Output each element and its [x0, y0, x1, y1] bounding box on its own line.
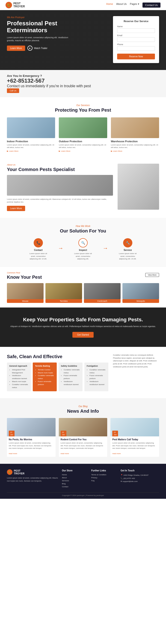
- about-image: [7, 175, 113, 196]
- safe-right: Curabitur venenatis metus ac consequat e…: [113, 354, 159, 392]
- phone-icon: 📞: [121, 477, 123, 480]
- footer-phone: 📞 (62) 8757-402: [121, 477, 159, 480]
- call-btn[interactable]: Call Us: [7, 88, 19, 93]
- further-link-faq[interactable]: Faq: [91, 480, 95, 482]
- blog-title-2: Rodent Control For You: [61, 438, 106, 441]
- blog-card-3: 22Jan Pest Matters Call Today Lorem ipsu…: [110, 418, 159, 457]
- list-item: Vestibulum vestibulum laoreet: [64, 380, 80, 386]
- cockroach-image: [84, 283, 121, 299]
- step-search-desc: Lorem ipsum dolor sit amet, consectetur …: [73, 252, 93, 260]
- footer-store-title: Our Store: [62, 469, 88, 472]
- list-item: Mauris non turpis: [12, 380, 29, 383]
- logo-text: PESTTROYER: [13, 2, 25, 8]
- general-card-list: Intergrated Pest Management Vestibulum v…: [9, 368, 29, 389]
- mosquito-label: Mosquito: [122, 299, 159, 303]
- reserve-form: Reserve Our Service Name Email Phone Res…: [113, 16, 159, 63]
- services-grid: Indoor Protection Lorem ipsum dolor sit …: [7, 118, 159, 152]
- blog-image-3: 22Jan: [110, 418, 159, 436]
- safe-right-text: Curabitur venenatis metus ac consequat e…: [113, 354, 159, 368]
- store-link-about[interactable]: About: [62, 477, 67, 479]
- safety-card-list: Curabitur venenatis metus Fusce venenati…: [61, 368, 80, 386]
- blog-read-more-2[interactable]: read more: [61, 452, 69, 454]
- navbar: 🐛 PESTTROYER Home About Us Pages ▾ Conta…: [0, 0, 166, 10]
- warehouse-title: Warehouse Protection: [111, 140, 159, 143]
- fumigation-card-title: Fumigation: [87, 365, 106, 367]
- mouse-image: [7, 283, 44, 299]
- pest-view-more-btn[interactable]: View More: [145, 273, 159, 277]
- logo[interactable]: 🐛 PESTTROYER: [6, 2, 25, 8]
- list-item: Mauris nunc turpis: [38, 372, 54, 374]
- termite-image: [45, 283, 82, 299]
- outdoor-learn-more[interactable]: ▶ Learn More: [59, 150, 107, 152]
- nav-pages[interactable]: Pages ▾: [130, 2, 139, 8]
- warehouse-learn-more[interactable]: ▶ Learn More: [111, 150, 159, 152]
- list-item: Termite Control: [38, 368, 54, 372]
- footer: 🐛 PESTTROYER Lorem ipsum dolor sit amet,…: [0, 464, 166, 499]
- logo-icon: 🐛: [6, 2, 12, 8]
- address-icon: 📍: [121, 474, 123, 476]
- list-item: Blog: [62, 483, 88, 485]
- safe-card-fumigation: Fumigation Curabitur venenatis metus Fus…: [84, 362, 108, 392]
- cta-section: Keep Your Properties Safe From Damaging …: [0, 308, 166, 347]
- store-link-blog[interactable]: Blog: [62, 483, 66, 485]
- service-card-outdoor: Outdoor Protection Lorem ipsum dolor sit…: [59, 118, 107, 152]
- list-item: Fusce venenatis pretium: [38, 380, 54, 386]
- services-title: Protecting You From Pest: [7, 108, 159, 113]
- nav-home[interactable]: Home: [106, 2, 113, 8]
- footer-bottom: Copyright © 2024 pestroyer | Powered by …: [7, 492, 159, 496]
- list-item: Vestibulum vestibulum laoreet: [12, 374, 29, 380]
- step-contact-desc: Lorem ipsum dolor sit amet, consectetur …: [28, 252, 49, 260]
- nav-links: Home About Us Pages ▾ Contact Us: [106, 2, 160, 8]
- blog-desc-1: Lorem ipsum dolor sit amet, consectetur …: [9, 442, 54, 450]
- further-link-terms[interactable]: Terms & Condition: [91, 474, 106, 476]
- name-input[interactable]: [117, 28, 155, 33]
- list-item: Vestibulum vestibulum laoreet: [89, 380, 106, 386]
- blog-card-2: 22Jan Rodent Control For You Lorem ipsum…: [59, 418, 107, 457]
- list-item: Services: [62, 480, 88, 482]
- hero-watch-btn[interactable]: ▶ Watch Trailer: [28, 46, 48, 51]
- footer-logo: 🐛 PESTTROYER: [7, 469, 58, 475]
- footer-store-links: Home About Services Blog Contact: [62, 474, 88, 488]
- indoor-learn-more[interactable]: ▶ Learn More: [7, 150, 55, 152]
- nav-contact-btn[interactable]: Contact Us: [142, 2, 160, 8]
- reserve-submit-btn[interactable]: Reserve Now: [117, 54, 155, 60]
- emergency-desc: Contact us immediately if you're in trou…: [7, 84, 159, 88]
- blog-read-more-1[interactable]: read more: [9, 452, 17, 454]
- fumigation-card-list: Curabitur venenatis metus Fusce venenati…: [87, 368, 106, 386]
- blog-title-3: Pest Matters Call Today: [112, 438, 157, 441]
- store-link-services[interactable]: Services: [62, 480, 69, 482]
- pest-card-termite: Termites: [45, 283, 82, 303]
- email-icon: ✉: [121, 480, 122, 482]
- nav-about[interactable]: About Us: [116, 2, 127, 8]
- list-item: Privacy: [91, 477, 117, 479]
- about-learn-btn[interactable]: Learn More: [7, 206, 25, 211]
- about-title: Your Common Pests Specialist: [7, 167, 113, 172]
- store-link-contact[interactable]: Contact: [62, 486, 68, 488]
- store-link-home[interactable]: Home: [62, 474, 67, 476]
- outdoor-desc: Lorem ipsum dolor sit amet, consectetur …: [59, 144, 107, 149]
- about-left: About Us Your Common Pests Specialist Lo…: [7, 164, 113, 211]
- blog-grid: 22Jan No Pests, No Worries Lorem ipsum d…: [7, 418, 159, 457]
- service-icon: 🔧: [123, 238, 132, 248]
- phone-input[interactable]: [117, 46, 155, 51]
- pest-header-left: Common Pest Know Your Pest: [7, 272, 42, 280]
- termite-card-title: Termite Baiting: [35, 365, 54, 367]
- step-search-label: Inspect: [73, 249, 93, 251]
- emergency-phone: +62-85132-567: [7, 78, 159, 84]
- howwork-title: Our Solution For You: [7, 228, 159, 234]
- blog-date-3: 22Jan: [112, 431, 118, 436]
- name-label: Name: [117, 25, 155, 28]
- footer-grid: 🐛 PESTTROYER Lorem ipsum dolor sit amet,…: [7, 469, 159, 489]
- footer-logo-icon: 🐛: [7, 469, 13, 475]
- mosquito-image: [122, 283, 159, 299]
- blog-desc-3: Lorem ipsum dolor sit amet, consectetur …: [112, 442, 157, 450]
- blog-title-1: No Pests, No Worries: [9, 438, 54, 441]
- pest-title: Know Your Pest: [7, 274, 42, 280]
- pest-header: Common Pest Know Your Pest View More: [7, 272, 159, 280]
- hero-learn-btn[interactable]: Learn More: [7, 46, 25, 51]
- email-input[interactable]: [117, 37, 155, 42]
- blog-read-more-3[interactable]: read more: [112, 452, 121, 454]
- cta-get-started-btn[interactable]: Get Started: [72, 332, 93, 338]
- blog-body-3: Pest Matters Call Today Lorem ipsum dolo…: [110, 436, 159, 457]
- further-link-privacy[interactable]: Privacy: [91, 477, 97, 479]
